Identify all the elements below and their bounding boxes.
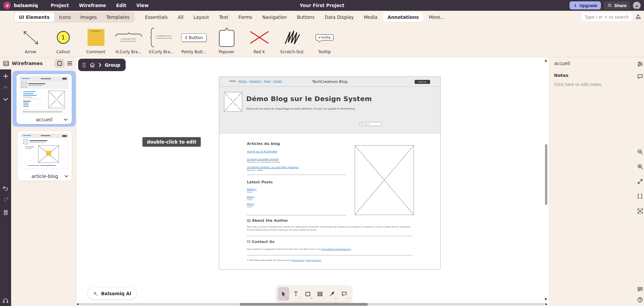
tab-images[interactable]: Images (75, 12, 101, 22)
wf-post-desc[interactable]: blabla (247, 206, 252, 208)
redo-icon[interactable] (0, 196, 11, 202)
wf-post-link[interactable]: Blabla 1 (247, 188, 256, 191)
scroll-right-arrow[interactable]: ▶ (545, 303, 548, 306)
wf-privacy-link[interactable]: Privacy Policy (291, 259, 304, 261)
comments-panel-icon[interactable] (636, 74, 644, 79)
tab-essentials[interactable]: Essentials (140, 12, 172, 22)
rectangle-tool[interactable]: R (302, 287, 314, 301)
search-input[interactable] (581, 13, 633, 21)
add-page-icon[interactable] (0, 73, 11, 79)
wireframes-stack-icon[interactable] (3, 61, 9, 66)
wf-article-desc[interactable]: Dans cet... blabla (247, 169, 263, 171)
scroll-down-arrow[interactable]: ▼ (545, 298, 547, 301)
tab-forms[interactable]: Forms (234, 12, 257, 22)
thumbnail-view-button[interactable] (55, 59, 65, 68)
tab-icons[interactable]: Icons (54, 12, 75, 22)
wf-featured-image-placeholder[interactable] (355, 145, 414, 215)
wf-footer[interactable]: © 2024 TechCreatives Blog. All rights re… (247, 259, 321, 261)
image-tool[interactable]: I (314, 287, 326, 301)
feedback-comment-icon[interactable] (636, 287, 644, 292)
properties-sliders-icon[interactable] (636, 61, 644, 67)
palette-item-callout[interactable]: 1 Callout (47, 24, 79, 57)
wf-articles-heading[interactable]: Articles du blog (247, 142, 280, 146)
tab-text[interactable]: Text (214, 12, 233, 22)
palette-item-pointy-button[interactable]: Button Pointy Butt... (178, 24, 210, 57)
scroll-left-arrow[interactable]: ◀ (76, 303, 79, 306)
delete-page-icon[interactable] (0, 210, 11, 216)
wf-about-heading[interactable]: About the Author (247, 218, 288, 222)
wf-search-box[interactable]: search (359, 122, 382, 126)
wf-terms-link[interactable]: Terms of Service (306, 259, 321, 261)
wf-post-link[interactable]: Blabla 1 (247, 203, 254, 205)
wf-post-link[interactable]: Blabla 1 (247, 196, 254, 198)
support-headphones-icon[interactable] (0, 298, 11, 303)
fit-to-screen-icon[interactable] (636, 179, 644, 184)
move-page-down-icon[interactable] (0, 98, 11, 101)
wf-post-desc[interactable]: blabla (247, 198, 252, 201)
tab-ui-elements[interactable]: UI Elements (14, 12, 54, 22)
tab-annotations[interactable]: Annotations (383, 12, 424, 22)
wf-divider[interactable] (247, 255, 413, 255)
wf-divider[interactable] (247, 215, 346, 215)
wf-article-desc[interactable]: Découvrez les nouveautés du wcag (247, 161, 280, 163)
balsamiq-logo-icon[interactable] (3, 2, 11, 9)
menu-edit[interactable]: Edit (116, 3, 126, 8)
page-thumbnail-accueil[interactable]: accueil (17, 74, 72, 124)
wf-navbar[interactable]: Home | Articles | Categories | About | C… (219, 77, 440, 87)
tab-buttons[interactable]: Buttons (292, 12, 319, 22)
wf-contact-email-link[interactable]: contact@techcreativesblog.com (321, 248, 351, 250)
zoom-in-icon[interactable] (636, 164, 644, 170)
wf-article-link[interactable]: Le wcag nouvelle version (247, 158, 279, 161)
page-menu-chevron-icon[interactable] (64, 118, 68, 121)
wf-hero-title[interactable]: Démo Blog sur le Design System (246, 95, 372, 103)
tab-more[interactable]: More... (424, 12, 449, 22)
vertical-scrollbar[interactable] (545, 144, 547, 205)
menu-project[interactable]: Project (51, 3, 69, 8)
select-tool[interactable]: V (278, 287, 289, 301)
palette-item-arrow[interactable]: Arrow (14, 24, 47, 57)
scroll-up-arrow[interactable]: ▲ (545, 59, 547, 62)
palette-item-tooltip[interactable]: a tooltip Tooltip (308, 24, 341, 57)
wf-article-link[interactable]: Article sur le fil d'Ariane (247, 150, 277, 153)
horizontal-scrollbar[interactable] (240, 303, 368, 306)
wf-divider[interactable] (247, 175, 346, 175)
comment-tool[interactable]: C (339, 287, 350, 301)
palette-item-hcurly[interactable]: A paragraph of text.A second row of text… (112, 24, 145, 57)
wf-about-text[interactable]: Mike Scott is a content strategist with … (247, 225, 413, 231)
text-tool[interactable]: T (290, 287, 301, 301)
menu-wireframe[interactable]: Wireframe (79, 3, 106, 8)
notes-edit-hint[interactable]: Click here to edit notes. (554, 82, 602, 87)
ui-library-icon[interactable] (635, 13, 641, 20)
page-thumbnail-article-blog[interactable]: article-blog (18, 131, 72, 181)
drag-handle-icon[interactable] (82, 62, 86, 68)
user-avatar[interactable] (633, 2, 641, 9)
tab-templates[interactable]: Templates (102, 12, 134, 22)
wf-site-title[interactable]: TechCreatives Blog (219, 80, 440, 84)
wf-divider[interactable] (247, 236, 413, 236)
actual-size-brackets-icon[interactable] (636, 193, 644, 199)
palette-item-popover[interactable]: Popover (210, 24, 243, 57)
wf-hero-image-placeholder[interactable] (224, 92, 242, 112)
palette-item-scratch-out[interactable]: Scratch-Out (276, 24, 308, 57)
zoom-out-icon[interactable] (636, 149, 644, 155)
balsamiq-ai-button[interactable]: Balsamiq AI (88, 288, 136, 299)
tab-media[interactable]: Media (359, 12, 382, 22)
tab-all[interactable]: All (173, 12, 188, 22)
move-page-up-icon[interactable] (0, 86, 11, 89)
undo-icon[interactable] (0, 186, 11, 191)
wf-hero-subtitle[interactable]: Découvrez les bases du maquettage en bas… (246, 108, 355, 110)
arrow-tool[interactable]: A (326, 287, 338, 301)
menu-view[interactable]: View (136, 3, 149, 8)
help-icon[interactable] (636, 297, 644, 303)
wf-subscribe-button[interactable]: Subscribe (415, 80, 430, 84)
palette-item-vcurly[interactable]: A paragraph of text.A second row of text… (145, 24, 178, 57)
zoom-to-selection-icon[interactable] (636, 208, 644, 214)
tab-data-display[interactable]: Data Display (320, 12, 358, 22)
wf-latest-heading[interactable]: Latest Posts (247, 180, 273, 184)
breadcrumb-group-label[interactable]: Group (105, 62, 120, 68)
editor-canvas[interactable]: Group double-click to edit Home | Articl… (76, 57, 549, 306)
tab-layout[interactable]: Layout (189, 12, 214, 22)
wireframe-page[interactable]: Home | Articles | Categories | About | C… (219, 76, 441, 270)
palette-item-comment[interactable]: A comment: Comment (79, 24, 112, 57)
page-menu-chevron-icon[interactable] (64, 175, 68, 178)
